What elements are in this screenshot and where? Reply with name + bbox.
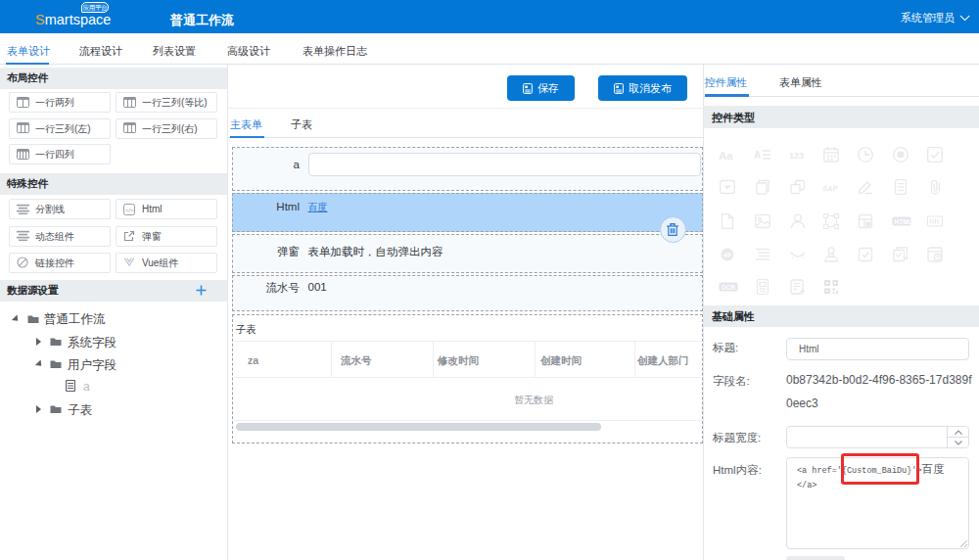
svg-text:HTML: HTML <box>895 218 912 225</box>
svg-text:123: 123 <box>789 151 804 161</box>
svg-text:SAP: SAP <box>822 184 838 193</box>
svg-text:Aa: Aa <box>719 150 733 162</box>
svg-text:OCR: OCR <box>722 284 736 291</box>
svg-text:</>: </> <box>125 207 134 212</box>
svg-text:49: 49 <box>723 252 731 258</box>
svg-text:A: A <box>754 150 761 161</box>
